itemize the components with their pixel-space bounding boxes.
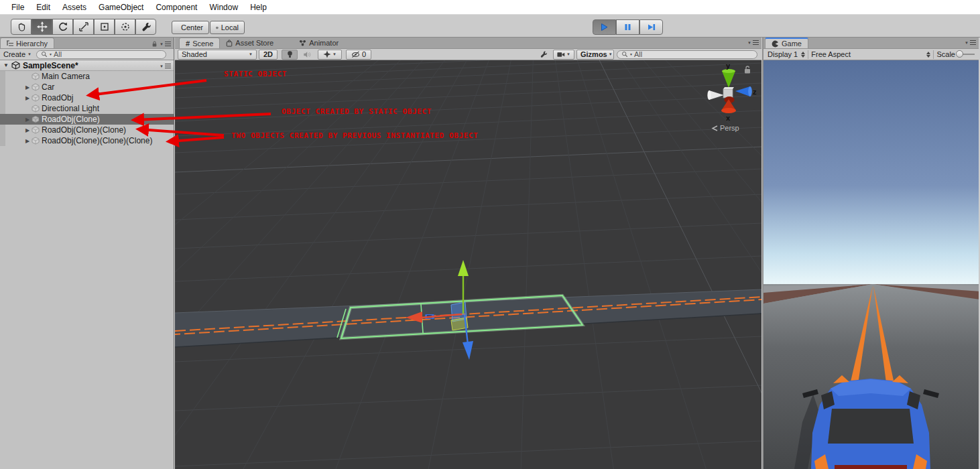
pause-button[interactable] — [616, 19, 639, 35]
axis-neg-x-cone[interactable] — [709, 90, 724, 100]
scale-slider-track[interactable] — [957, 54, 975, 55]
menu-window[interactable]: Window — [203, 1, 244, 14]
transform-tool-button[interactable] — [115, 19, 135, 35]
tab-game[interactable]: Game — [765, 38, 808, 48]
space-mode-button[interactable]: Local — [210, 21, 245, 34]
gizmo-center-cube[interactable] — [723, 89, 733, 98]
menu-help[interactable]: Help — [244, 1, 273, 14]
shading-mode-dropdown[interactable]: Shaded ▼ — [178, 50, 257, 60]
hierarchy-item-main-camera[interactable]: ▶ Main Camera — [0, 71, 174, 82]
axis-y-cone[interactable] — [722, 71, 735, 88]
scene-expand-arrow[interactable]: ▼ — [3, 62, 9, 68]
tab-animator[interactable]: Animator — [293, 38, 345, 48]
scene-tools-button[interactable] — [536, 50, 551, 60]
create-dropdown-arrow[interactable]: ▼ — [27, 52, 32, 56]
lightbulb-icon — [286, 50, 294, 59]
play-button[interactable] — [593, 19, 616, 35]
expand-arrow[interactable]: ▶ — [24, 84, 31, 90]
scene-search-value: All — [634, 50, 642, 58]
expand-arrow[interactable]: ▶ — [24, 127, 31, 133]
hierarchy-item-directional-light[interactable]: ▶ Directional Light — [0, 103, 174, 114]
wrench-icon — [141, 21, 151, 32]
scene-effects-button[interactable]: ▼ — [318, 50, 342, 60]
pivot-mode-label: Center — [181, 23, 203, 31]
scale-tool-button[interactable] — [73, 19, 94, 35]
hierarchy-item-label: RoadObj — [42, 93, 73, 103]
hierarchy-item-roadobj-clone-clone-clone[interactable]: ▶ RoadObj(Clone)(Clone)(Clone) — [0, 135, 174, 146]
hierarchy-item-car[interactable]: ▶ Car — [0, 82, 174, 92]
gizmo-lock-icon[interactable] — [745, 66, 750, 74]
orientation-gizmo[interactable]: y z x Persp — [707, 62, 757, 132]
lock-icon[interactable] — [151, 40, 158, 48]
menu-file[interactable]: File — [5, 1, 30, 14]
scene-camera-dropdown[interactable]: ▼ — [553, 50, 574, 60]
rect-tool-button[interactable] — [94, 19, 115, 35]
scene-visibility-button[interactable]: 0 — [346, 50, 371, 60]
step-icon — [647, 23, 656, 31]
menu-gameobject[interactable]: GameObject — [93, 1, 149, 14]
tab-scene[interactable]: # Scene — [179, 38, 220, 48]
local-cube-icon — [216, 24, 219, 31]
scene-panel-menu-arrow[interactable]: ▼ — [747, 41, 751, 45]
aspect-dropdown[interactable]: Free Aspect — [811, 50, 930, 58]
2d-toggle-button[interactable]: 2D — [259, 50, 278, 60]
scene-render: y z x Persp — [175, 60, 761, 469]
hierarchy-item-roadobj-clone[interactable]: ▶ RoadObj(Clone) — [0, 114, 174, 125]
hierarchy-menu-arrow[interactable]: ▼ — [160, 42, 164, 46]
gameobject-cube-icon — [32, 72, 40, 80]
game-panel-menu-icon[interactable] — [970, 40, 976, 45]
step-button[interactable] — [639, 19, 663, 35]
display-dropdown[interactable]: Display 1 — [763, 50, 805, 58]
hierarchy-item-roadobj[interactable]: ▶ RoadObj — [0, 92, 174, 103]
scene-viewport[interactable]: y z x Persp — [175, 60, 761, 469]
gameobject-cube-icon — [32, 83, 40, 91]
scene-lighting-button[interactable] — [282, 50, 298, 60]
pivot-mode-button[interactable]: Center — [172, 21, 209, 34]
scene-row-menu-arrow[interactable]: ▼ — [160, 64, 164, 68]
tab-hierarchy[interactable]: Hierarchy — [0, 38, 54, 48]
menu-component[interactable]: Component — [149, 1, 203, 14]
expand-arrow[interactable]: ▶ — [24, 138, 31, 144]
hand-tool-button[interactable] — [11, 19, 32, 35]
create-button[interactable]: Create — [3, 50, 25, 58]
tab-game-label: Game — [782, 40, 802, 48]
scene-audio-button[interactable] — [300, 50, 314, 60]
menu-edit[interactable]: Edit — [30, 1, 56, 14]
search-icon — [41, 51, 48, 58]
tab-asset-store[interactable]: Asset Store — [220, 38, 280, 48]
hierarchy-search-input[interactable]: ▼ All — [36, 50, 166, 59]
scale-slider-knob[interactable] — [956, 50, 963, 58]
gameobject-cube-icon — [32, 137, 40, 145]
projection-label[interactable]: Persp — [720, 124, 739, 132]
gizmos-dropdown[interactable]: Gizmos ▼ — [576, 50, 614, 60]
search-icon — [621, 51, 628, 58]
move-tool-button[interactable] — [32, 19, 52, 35]
hierarchy-item-roadobj-clone-clone[interactable]: ▶ RoadObj(Clone)(Clone) — [0, 125, 174, 135]
car-rear-window — [828, 409, 914, 444]
move-icon — [37, 21, 48, 32]
display-value: Display 1 — [768, 50, 798, 58]
game-render — [763, 60, 979, 469]
scene-asset-row[interactable]: ▼ SampleScene* ▼ — [0, 60, 174, 71]
tab-asset-store-label: Asset Store — [235, 39, 273, 47]
scene-panel: # Scene Asset Store Animator ▼ Shaded ▼ — [175, 38, 761, 469]
scene-panel-menu-icon[interactable] — [753, 40, 759, 45]
menu-assets[interactable]: Assets — [56, 1, 93, 14]
game-panel-menu-arrow[interactable]: ▼ — [965, 41, 969, 45]
scene-row-menu-icon[interactable] — [165, 64, 171, 68]
hierarchy-item-label: RoadObj(Clone) — [42, 115, 100, 124]
hierarchy-item-label: RoadObj(Clone)(Clone) — [42, 125, 126, 135]
rotate-tool-button[interactable] — [52, 19, 73, 35]
custom-tools-button[interactable] — [135, 19, 156, 35]
hierarchy-menu-icon[interactable] — [165, 42, 171, 46]
expand-arrow[interactable]: ▶ — [24, 95, 31, 101]
game-viewport[interactable] — [763, 60, 979, 469]
axis-z-cone[interactable] — [735, 86, 750, 96]
scene-search-input[interactable]: ▼ All — [617, 50, 757, 59]
unity-scene-icon — [11, 61, 20, 70]
expand-arrow[interactable]: ▶ — [24, 117, 31, 123]
hierarchy-item-label: Main Camera — [42, 72, 90, 81]
rotate-icon — [58, 21, 68, 32]
axis-y-label: y — [726, 62, 731, 70]
shading-mode-value: Shaded — [182, 50, 207, 58]
